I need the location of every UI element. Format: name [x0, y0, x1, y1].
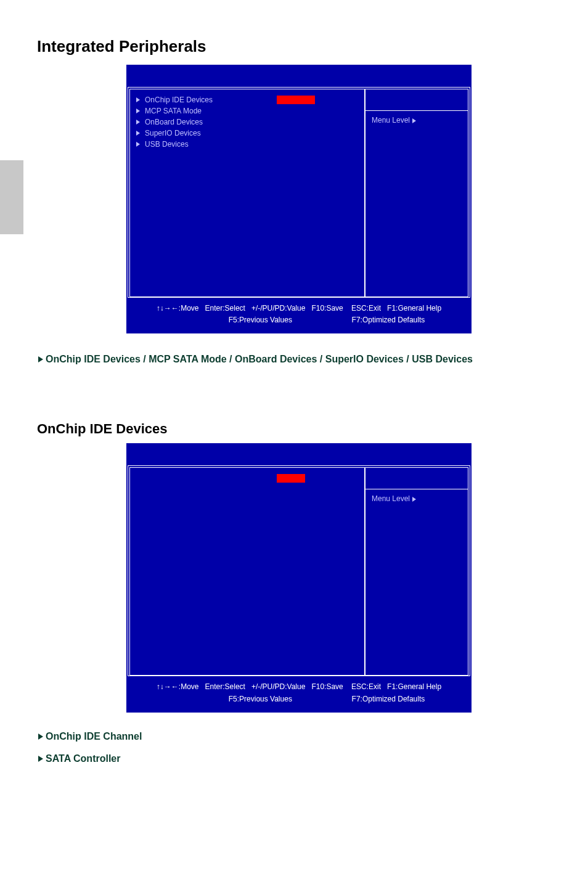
- triangle-icon: [136, 131, 140, 136]
- feature-label: SATA Controller: [46, 753, 120, 764]
- separator: [365, 110, 468, 111]
- section-title-onchip-ide: OnChip IDE Devices: [37, 421, 551, 437]
- bios-footer-keys: ↑↓→←:Move Enter:Select +/-/PU/PD:Value F…: [128, 298, 470, 332]
- highlight-block: [277, 474, 305, 483]
- menu-item-onchip-ide[interactable]: OnChip IDE Devices: [136, 94, 358, 105]
- bios-menu-list: OnChip IDE Devices MCP SATA Mode OnBoard…: [130, 89, 364, 296]
- submenu-description: OnChip IDE Devices / MCP SATA Mode / OnB…: [37, 352, 551, 367]
- bios-screen-onchip-ide: Menu Level ↑↓→←:Move Enter:Select +/-/PU…: [126, 443, 472, 712]
- menu-level-text: Menu Level: [372, 116, 410, 125]
- bios-menu-list: [130, 468, 364, 675]
- highlight-block: [277, 96, 315, 104]
- triangle-icon: [136, 142, 140, 147]
- menu-item-superio[interactable]: SuperIO Devices: [136, 128, 358, 139]
- bios-footer-keys: ↑↓→←:Move Enter:Select +/-/PU/PD:Value F…: [128, 676, 470, 711]
- menu-item-label: MCP SATA Mode: [145, 105, 202, 116]
- menu-level-text: Menu Level: [372, 494, 410, 503]
- separator: [365, 489, 468, 489]
- feature-onchip-ide-channel: OnChip IDE Channel: [37, 731, 551, 742]
- triangle-icon: [136, 120, 140, 125]
- menu-item-label: OnChip IDE Devices: [145, 94, 213, 105]
- feature-label: OnChip IDE Channel: [46, 731, 142, 742]
- submenu-description-text: OnChip IDE Devices / MCP SATA Mode / OnB…: [46, 354, 473, 364]
- menu-item-mcp-sata[interactable]: MCP SATA Mode: [136, 105, 358, 116]
- triangle-icon: [136, 97, 140, 102]
- menu-item-label: SuperIO Devices: [145, 128, 201, 139]
- feature-sata-controller: SATA Controller: [37, 753, 551, 764]
- menu-level-label: Menu Level: [372, 116, 462, 125]
- menu-item-usb[interactable]: USB Devices: [136, 139, 358, 150]
- triangle-icon: [412, 118, 416, 123]
- menu-item-onboard[interactable]: OnBoard Devices: [136, 116, 358, 128]
- triangle-icon: [38, 734, 43, 740]
- bios-title-bar: [128, 66, 470, 87]
- side-tab: [0, 160, 23, 234]
- triangle-icon: [38, 356, 43, 362]
- triangle-icon: [136, 108, 140, 113]
- bios-inner: OnChip IDE Devices MCP SATA Mode OnBoard…: [128, 87, 470, 298]
- menu-item-label: OnBoard Devices: [145, 116, 203, 128]
- bios-title-bar: [128, 444, 470, 465]
- menu-level-label: Menu Level: [372, 494, 462, 503]
- triangle-icon: [412, 497, 416, 502]
- bios-inner: Menu Level: [128, 465, 470, 676]
- bios-help-panel: Menu Level: [364, 468, 468, 675]
- menu-item-label: USB Devices: [145, 139, 189, 150]
- page-title: Integrated Peripherals: [37, 37, 551, 56]
- bios-help-panel: Menu Level: [364, 89, 468, 296]
- triangle-icon: [38, 756, 43, 762]
- bios-screen-integrated-peripherals: OnChip IDE Devices MCP SATA Mode OnBoard…: [126, 65, 472, 333]
